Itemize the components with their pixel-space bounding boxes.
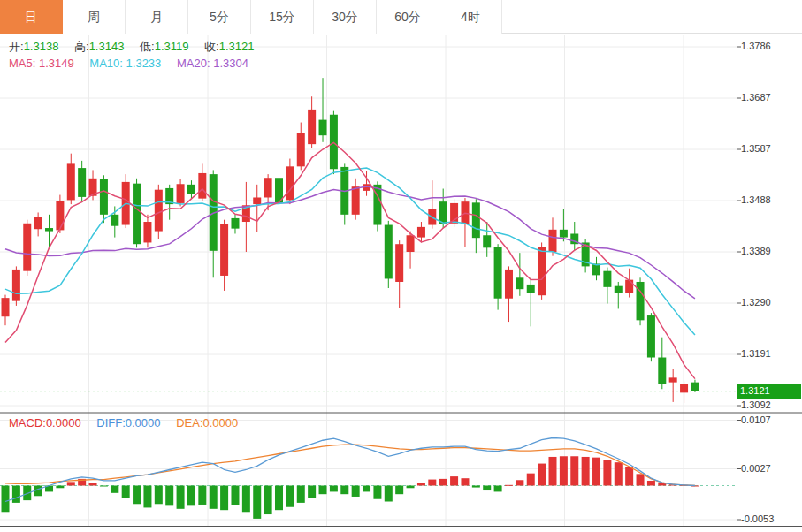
price-axis-label: 1.3092 [741,399,771,410]
tab-month[interactable]: 月 [126,0,188,34]
ma5-value: 1.3149 [39,57,74,70]
tab-5min[interactable]: 5分 [188,0,251,34]
macd-axis-label: 0.0107 [741,414,771,425]
price-axis-label: 1.3191 [741,348,771,359]
macd-label: MACD: [9,416,46,429]
ma10-value: 1.3233 [126,57,162,70]
tab-week[interactable]: 周 [63,0,126,34]
ma5-label: MA5: [9,57,35,70]
trading-chart-page: 日 周 月 5分 15分 30分 60分 4时 开:1.3138 高:1.314… [0,0,802,532]
macd-legend: MACD:0.0000 DIFF:0.0000 DEA:0.0000 [9,416,250,429]
open-label: 开: [9,40,24,53]
diff-label: DIFF: [96,416,126,429]
ma20-value: 1.3304 [213,57,248,70]
price-axis-label: 1.3389 [741,246,771,256]
dea-value: 0.0000 [203,416,239,429]
high-value: 1.3143 [89,40,125,53]
diff-value: 0.0000 [126,416,161,429]
high-label: 高: [74,40,89,53]
price-axis-label: 1.3687 [741,92,771,103]
close-label: 收: [204,40,219,53]
tab-30min[interactable]: 30分 [314,0,377,34]
low-value: 1.3119 [155,40,189,53]
ma20-label: MA20: [177,57,210,70]
tab-60min[interactable]: 60分 [377,0,439,34]
tab-4hour[interactable]: 4时 [439,0,502,34]
tab-day[interactable]: 日 [0,0,63,34]
low-label: 低: [140,40,155,53]
open-value: 1.3138 [24,40,59,53]
macd-axis-label: 0.0027 [741,463,771,474]
price-axis-label: 1.3786 [741,41,771,51]
close-value: 1.3121 [219,40,255,53]
chart-canvas[interactable] [0,0,802,532]
macd-axis-label: -0.0053 [741,513,774,524]
price-axis-label: 1.3290 [741,297,771,308]
ohlc-legend: 开:1.3138 高:1.3143 低:1.3119 收:1.3121 [9,39,266,55]
price-axis-label: 1.3587 [741,143,771,154]
ma-legend: MA5: 1.3149 MA10: 1.3233 MA20: 1.3304 [9,57,261,70]
dea-label: DEA: [176,416,202,429]
ma10-label: MA10: [89,57,123,70]
current-price-tag: 1.3121 [737,384,801,399]
tab-15min[interactable]: 15分 [251,0,314,34]
macd-value: 0.0000 [46,416,81,429]
timeframe-tabbar: 日 周 月 5分 15分 30分 60分 4时 [0,0,802,34]
price-axis-label: 1.3488 [741,194,771,205]
